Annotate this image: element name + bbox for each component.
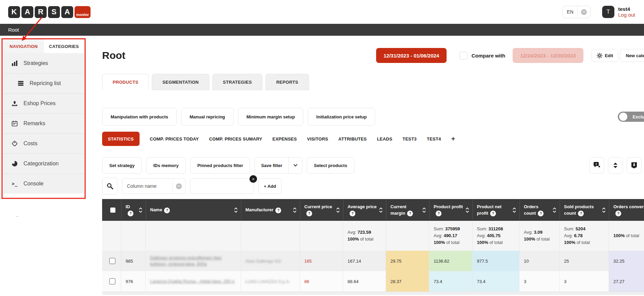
- select-all-cell: [102, 199, 121, 221]
- subtab-test4[interactable]: TEST4: [427, 136, 441, 142]
- remove-filter-icon[interactable]: [249, 175, 257, 183]
- column-header-current-price[interactable]: Current price: [300, 199, 343, 221]
- logout-link[interactable]: Log out: [618, 12, 635, 18]
- help-icon[interactable]: [490, 211, 496, 216]
- chevron-down-icon[interactable]: [288, 158, 302, 173]
- help-icon[interactable]: [407, 211, 413, 216]
- sidebar-item-categorization[interactable]: Categorization: [3, 153, 84, 174]
- cell-manufacturer: Alois Dallmayr KG: [245, 259, 297, 264]
- sidebar-item-remarks[interactable]: Remarks: [3, 113, 84, 133]
- tab-products[interactable]: PRODUCTS: [102, 74, 149, 90]
- subtab-comp-prices-today[interactable]: COMP. PRICES TODAY: [150, 136, 199, 142]
- help-icon[interactable]: [275, 208, 281, 213]
- karsa-logo[interactable]: K A R S A monitor: [8, 6, 91, 18]
- user-menu[interactable]: T test4 Log out: [602, 6, 635, 18]
- column-header-average-price[interactable]: Average price: [343, 199, 386, 221]
- current-price-link[interactable]: 86: [304, 279, 340, 284]
- repricing-list-icon: [17, 81, 25, 86]
- save-filter-button[interactable]: Save filter: [255, 157, 302, 174]
- sidebar-item-costs[interactable]: Costs: [3, 133, 84, 153]
- sidebar-item-strategies[interactable]: Strategies: [3, 53, 84, 73]
- help-icon[interactable]: [538, 211, 544, 216]
- subtab-visitors[interactable]: VISITORS: [307, 136, 328, 142]
- column-header-id[interactable]: ID: [121, 199, 146, 221]
- sidebar-item-label: Strategies: [23, 60, 48, 66]
- help-icon[interactable]: [615, 211, 621, 216]
- search-button[interactable]: [102, 178, 117, 195]
- column-header-manufacturer[interactable]: Manufacturer: [241, 199, 300, 221]
- exclusive-toggle[interactable]: Exclusive: [618, 112, 644, 122]
- subtab-statistics[interactable]: STATISTICS: [102, 132, 140, 146]
- add-filter-button[interactable]: + Add: [258, 178, 281, 194]
- avatar: T: [602, 6, 614, 18]
- column-header-sold-products-count[interactable]: Sold products count: [560, 199, 609, 221]
- edit-button[interactable]: Edit: [592, 49, 618, 62]
- date-range-button[interactable]: 12/31/2023 - 01/06/2024: [376, 48, 447, 63]
- product-name-link[interactable]: Dallmayr prodomo entcoffeinert (bez kofe…: [150, 255, 238, 267]
- help-icon[interactable]: [350, 211, 355, 216]
- column-name-select[interactable]: Column name: [122, 178, 186, 194]
- download-button[interactable]: [627, 157, 642, 174]
- summary-product-net-profit: Sum: 311208 Avg: 405.75 100% of total: [472, 221, 519, 251]
- select-products-button[interactable]: Select products: [307, 157, 354, 174]
- column-header-product-profit[interactable]: Product profit: [429, 199, 472, 221]
- language-select[interactable]: EN: [563, 6, 591, 18]
- column-header-product-net-profit[interactable]: Product net profit: [472, 199, 519, 221]
- row-checkbox[interactable]: [109, 258, 115, 264]
- column-header-orders-count[interactable]: Orders count: [519, 199, 560, 221]
- ids-memory-button[interactable]: IDs memory: [146, 157, 186, 174]
- row-checkbox[interactable]: [109, 278, 115, 284]
- top-bar: K A R S A monitor EN T test4 Log out: [0, 0, 644, 24]
- set-strategy-button[interactable]: Set strategy: [102, 157, 142, 174]
- sidebar-item-repricing-list[interactable]: Repricing list: [3, 73, 84, 93]
- sidebar-tab-categories[interactable]: CATEGORIES: [44, 39, 84, 53]
- help-bubble-button[interactable]: ?: [589, 157, 604, 174]
- sort-icons[interactable]: [421, 208, 427, 213]
- sort-icons[interactable]: [464, 208, 470, 213]
- pinned-products-filter-button[interactable]: Pinned products filter: [190, 157, 250, 174]
- manual-repricing-button[interactable]: Manual repricing: [181, 108, 234, 126]
- sidebar-item-eshop-prices[interactable]: Eshop Prices: [3, 93, 84, 113]
- column-header-orders-conversion[interactable]: Orders conversion: [609, 199, 644, 221]
- column-label: ID: [126, 204, 130, 209]
- product-name-link[interactable]: Lavazza Qualita Rossa - mletá káva, 250 …: [150, 278, 238, 284]
- subtab-attributes[interactable]: ATTRIBUTES: [338, 136, 367, 142]
- compare-range-button[interactable]: 12/24/2023 - 12/30/2023: [513, 48, 583, 63]
- sort-vertical-button[interactable]: [608, 157, 623, 174]
- column-header-name[interactable]: Name: [146, 199, 241, 221]
- sort-icons[interactable]: [292, 208, 298, 213]
- sort-icons[interactable]: [233, 208, 239, 213]
- sidebar-item-console[interactable]: Console: [3, 174, 84, 194]
- initialization-price-setup-button[interactable]: Initialization price setup: [308, 108, 375, 126]
- help-icon[interactable]: [436, 211, 441, 216]
- tab-reports[interactable]: REPORTS: [265, 74, 309, 90]
- select-all-checkbox[interactable]: [110, 208, 115, 213]
- sort-icons[interactable]: [335, 208, 341, 213]
- new-category-button[interactable]: New category: [620, 49, 644, 62]
- tab-strategies[interactable]: STRATEGIES: [212, 74, 262, 90]
- breadcrumb-root[interactable]: Root: [8, 27, 19, 33]
- subtab-test3[interactable]: TEST3: [403, 136, 417, 142]
- subtab-comp-prices-sumary[interactable]: COMP. PRICES SUMARY: [209, 136, 262, 142]
- subtab-expenses[interactable]: EXPENSES: [272, 136, 297, 142]
- manipulation-with-products-button[interactable]: Manipulation with products: [102, 108, 177, 126]
- sort-icons[interactable]: [511, 208, 517, 213]
- help-icon[interactable]: [578, 211, 584, 216]
- sort-icons[interactable]: [138, 208, 144, 213]
- help-icon[interactable]: [164, 208, 170, 213]
- sort-icons[interactable]: [378, 208, 384, 213]
- subtab-leads[interactable]: LEADS: [377, 136, 392, 142]
- current-price-link[interactable]: 165: [304, 259, 340, 264]
- tab-segmentation[interactable]: SEGMENTATION: [152, 74, 209, 90]
- add-subtab-button[interactable]: +: [451, 135, 455, 143]
- filter-value-input[interactable]: [190, 178, 254, 194]
- sidebar-tab-navigation[interactable]: NAVIGATION: [3, 39, 44, 53]
- help-icon[interactable]: [128, 211, 133, 216]
- help-icon[interactable]: [306, 211, 312, 216]
- sort-icons[interactable]: [551, 208, 558, 213]
- minimum-margin-setup-button[interactable]: Minimum margin setup: [238, 108, 303, 126]
- exclusive-toggle-label: Exclusive: [633, 114, 644, 119]
- column-header-current-margin[interactable]: Current margin: [386, 199, 429, 221]
- compare-with-checkbox[interactable]: [460, 52, 467, 60]
- sort-icons[interactable]: [601, 208, 607, 213]
